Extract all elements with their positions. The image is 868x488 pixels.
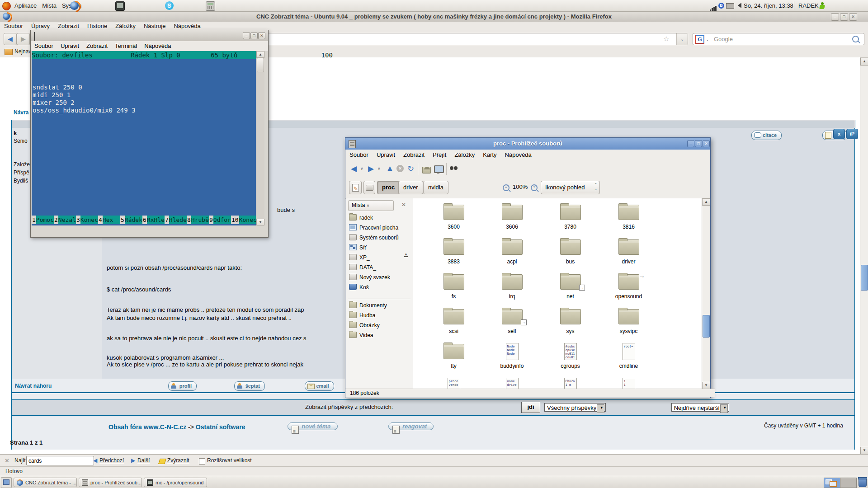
mc-function-key[interactable]: 2Nezal. [54,216,76,224]
file-item[interactable]: → sysvipc [599,306,658,341]
firefox-menu-item[interactable]: Historie [83,22,111,30]
file-item[interactable]: name drive → [483,376,541,389]
reply-button[interactable]: reagovat [388,422,434,430]
terminal-window[interactable]: mc - /proc/opensound – □ ✕ SouborUpravit… [30,30,269,238]
firefox-launcher-icon[interactable] [70,1,79,10]
scroll-up-icon[interactable]: ▲ [860,58,868,66]
file-item[interactable]: → opensound [599,272,658,306]
nautilus-minimize-button[interactable]: – [687,140,694,147]
nautilus-menu-item[interactable]: Nápověda [501,150,536,160]
file-item[interactable]: → 3780 [541,202,599,237]
sidebar-place-item[interactable]: Nový svazek▲ [346,272,412,282]
terminal-scroll-thumb[interactable] [257,58,264,72]
file-item[interactable]: proce vendo → [425,376,483,389]
nav-back-dropdown-icon[interactable]: ∨ [360,166,363,171]
nav-forward-dropdown-icon[interactable]: ∨ [377,166,381,171]
file-item[interactable]: 1 1 → [599,376,658,389]
file-item[interactable]: #subs cpuse ns011 cou01 → cgroups [541,341,599,376]
nav-back-icon[interactable]: ◀ [351,164,357,174]
mc-function-key[interactable]: 6RxHled [142,216,165,224]
workspace-switcher[interactable] [824,478,857,488]
reload-icon[interactable]: ↻ [407,164,414,174]
path-button-proc[interactable]: proc [377,181,400,194]
file-item[interactable]: root= → cmdline [599,341,658,376]
files-scroll-up-icon[interactable]: ▲ [702,198,710,206]
search-engine-dropdown-icon[interactable]: ⌄ [706,37,709,42]
mc-function-key[interactable]: 1Pomoc [32,216,54,224]
url-dropdown-icon[interactable]: ⌄ [676,33,688,45]
filter-select-posts[interactable]: Všechny příspěvky [544,403,606,412]
findbar-close-icon[interactable]: ✕ [5,455,9,467]
show-desktop-button[interactable] [1,477,12,488]
keyboard-indicator-icon[interactable] [726,3,734,9]
terminal-scroll-up-icon[interactable]: ▲ [256,51,264,58]
file-icon-view[interactable]: → 3600 → 3606 → 378 [413,198,702,389]
breadcrumb-current-link[interactable]: Ostatní software [196,423,245,431]
calculator-launcher-icon[interactable] [206,1,215,11]
sidebar-place-item[interactable]: DATA_▲ [346,263,412,272]
filter-select-order[interactable]: Nejdříve nejstarší [671,403,729,412]
forward-button[interactable]: ▶ [17,33,30,45]
sidebar-place-item[interactable]: Hudba [346,310,412,320]
file-item[interactable]: → sys [541,306,599,341]
terminal-menu-item[interactable]: Upravit [57,41,83,51]
terminal-maximize-button[interactable]: □ [250,32,258,39]
user-switcher[interactable]: RADEK [798,0,819,11]
taskbar-window-button[interactable]: proc - Prohlížeč soub... [79,478,142,487]
quote-button[interactable]: citace [751,131,782,140]
firefox-menu-item[interactable]: Soubor [0,22,27,30]
home-icon[interactable] [422,167,431,174]
terminal-minimize-button[interactable]: – [243,32,250,39]
sidebar-place-item[interactable]: Dokumenty [346,300,412,310]
files-scroll-thumb[interactable] [703,315,710,338]
mc-function-key[interactable]: 10Konec [231,216,253,224]
ubuntu-menu-icon[interactable] [2,2,11,10]
network-signal-icon[interactable] [710,3,717,11]
file-item[interactable]: → irq [483,272,541,306]
scrollbar-thumb[interactable] [861,265,868,291]
bookmark-star-icon[interactable]: ☆ [663,35,669,43]
nautilus-titlebar[interactable]: proc - Prohlížeč souborů – □ ✕ [345,138,710,150]
file-item[interactable]: → 3883 [425,237,483,272]
sidebar-mode-select[interactable]: Místa ∨ [348,200,394,211]
find-prev-button[interactable]: Předchozí [99,455,124,467]
workspace-2[interactable] [840,478,856,488]
taskbar-window-button[interactable]: CNC Zobrazit téma - ... [14,478,77,487]
sidebar-place-item[interactable]: Pracovní plocha▲ [346,223,412,233]
sidebar-place-item[interactable]: Videa [346,330,412,340]
terminal-close-button[interactable]: ✕ [258,32,265,39]
firefox-menu-item[interactable]: Nástroje [140,22,170,30]
nautilus-close-button[interactable]: ✕ [703,140,710,147]
firefox-menu-item[interactable]: Záložky [111,22,140,30]
nav-forward-icon[interactable]: ▶ [368,164,374,174]
sidebar-place-item[interactable]: Koš▲ [346,282,412,292]
find-input[interactable] [26,456,94,465]
firefox-menu-item[interactable]: Zobrazit [54,22,83,30]
sidebar-place-item[interactable]: Síť▲ [346,243,412,253]
nav-up-icon[interactable]: ▲ [386,164,394,173]
google-engine-icon[interactable]: G [696,35,704,43]
sidebar-place-item[interactable]: Systém souborů▲ [346,233,412,243]
file-item[interactable]: → fs [425,272,483,306]
sidebar-place-item[interactable]: radek▲ [346,213,412,223]
file-item[interactable]: → bus [541,237,599,272]
trash-icon[interactable] [859,478,867,487]
terminal-screen[interactable]: Soubor: devfiles Řádek 1 Slp 0 65 bytů 1… [32,51,256,225]
profile-button[interactable]: profil [168,381,197,391]
search-files-icon[interactable] [450,166,453,170]
file-item[interactable]: → tty [425,341,483,376]
close-button[interactable]: ✕ [849,13,857,21]
filter-go-button[interactable]: jdi [521,402,540,413]
panel-menu-item[interactable]: Místa [39,0,59,11]
stop-icon[interactable]: ✕ [396,165,404,172]
file-browser-window[interactable]: proc - Prohlížeč souborů – □ ✕ SouborUpr… [345,137,711,398]
terminal-scrollbar[interactable]: ▲ ▼ [256,51,264,225]
file-item[interactable]: → 3606 [483,202,541,237]
maximize-button[interactable]: □ [840,13,848,21]
terminal-menu-item[interactable]: Nápověda [141,41,175,51]
highlight-all-button[interactable]: Zvýraznit [167,455,189,467]
terminal-menu-item[interactable]: Zobrazit [83,41,111,51]
email-button[interactable]: email [305,381,334,391]
mc-function-key[interactable]: 5Řádek [120,216,142,224]
zoom-out-icon[interactable]: − [503,184,509,191]
